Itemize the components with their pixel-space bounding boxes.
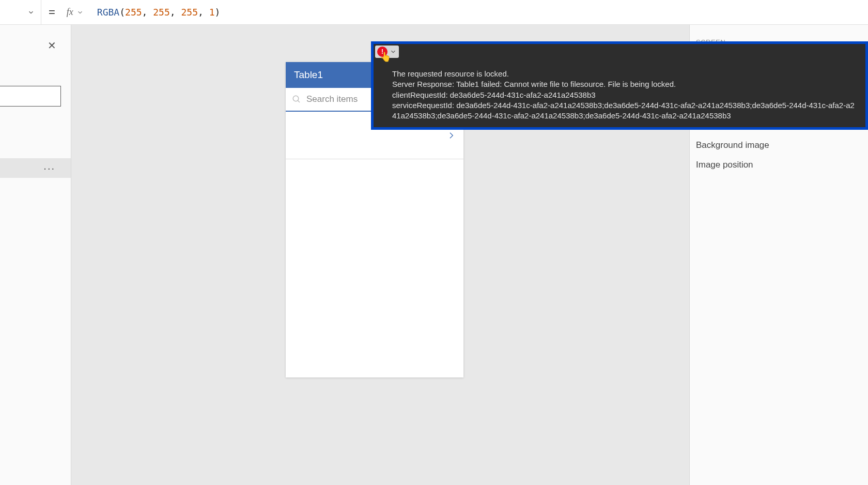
error-line: Server Response: Table1 failed: Cannot w… [392,79,857,89]
search-placeholder: Search items [306,94,358,104]
formula-token: ( [119,7,125,18]
property-selector[interactable] [0,0,41,25]
equals-sign: = [41,6,63,19]
search-icon [292,95,301,104]
tree-item[interactable]: ··· [0,158,71,178]
more-icon[interactable]: ··· [43,162,55,174]
formula-token-fn: RGBA [97,7,119,18]
formula-token: 255 [125,7,142,18]
property-label-bgimage: Background image [690,131,868,150]
chevron-right-icon [447,129,455,142]
error-message: The requested resource is locked. Server… [374,44,865,127]
tree-search-input[interactable] [0,86,61,107]
formula-token: 255 [181,7,198,18]
app-title: Table1 [294,69,323,81]
chevron-down-icon [76,9,84,16]
formula-token: 255 [153,7,170,18]
fx-label: fx [67,7,73,18]
formula-token: , [142,7,153,18]
error-indicator[interactable]: ! [375,46,399,58]
property-label-imgpos: Image position [690,150,868,170]
chevron-down-icon [390,48,397,55]
chevron-down-icon [27,9,35,16]
close-panel-button[interactable]: ✕ [48,39,56,52]
formula-input[interactable]: RGBA(255, 255, 255, 1) [88,7,868,18]
svg-line-1 [298,100,300,102]
svg-point-0 [293,96,299,101]
formula-token: , [170,7,181,18]
error-line: clientRequestId: de3a6de5-244d-431c-afa2… [392,90,857,100]
error-line: serviceRequestId: de3a6de5-244d-431c-afa… [392,100,857,122]
error-line: The requested resource is locked. [392,69,857,79]
tree-view-panel: ✕ ··· [0,25,71,485]
fx-button[interactable]: fx [63,7,88,18]
error-tooltip: ! 👆 The requested resource is locked. Se… [371,41,868,130]
formula-token: ) [215,7,221,18]
formula-bar: = fx RGBA(255, 255, 255, 1) [0,0,868,25]
formula-token: , [198,7,209,18]
error-icon: ! [377,47,388,57]
formula-token: 1 [209,7,215,18]
